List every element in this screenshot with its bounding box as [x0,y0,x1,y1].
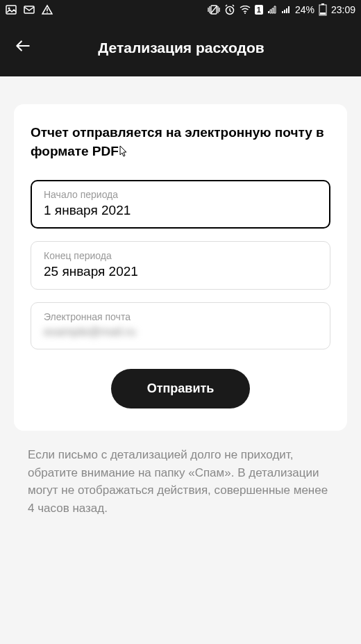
battery-icon [319,3,327,16]
svg-rect-10 [321,3,324,5]
mail-icon [24,6,35,14]
battery-percent: 24% [295,4,314,15]
vibrate-icon [208,5,220,15]
image-icon [6,4,17,15]
page-title: Детализация расходов [46,40,347,56]
end-date-field[interactable]: Конец периода 25 января 2021 [31,241,330,290]
end-date-value: 25 января 2021 [44,264,317,279]
time: 23:09 [331,4,355,15]
submit-button[interactable]: Отправить [111,369,251,408]
svg-rect-2 [24,6,34,13]
card-heading: Отчет отправляется на электронную почту … [31,124,330,160]
main-content: Отчет отправляется на электронную почту … [0,76,361,546]
status-right: 1 24% 23:09 [208,3,355,16]
end-date-label: Конец периода [44,250,317,261]
status-left [6,4,53,15]
alarm-icon [224,4,235,15]
start-date-value: 1 января 2021 [44,203,317,218]
email-label: Электронная почта [44,311,317,322]
start-date-field[interactable]: Начало периода 1 января 2021 [31,180,330,229]
svg-point-8 [244,13,246,14]
svg-rect-11 [320,13,326,15]
sim-badge: 1 [255,5,263,15]
back-button[interactable] [14,37,32,59]
report-card: Отчет отправляется на электронную почту … [14,104,347,431]
email-value: example@mail.ru [44,325,317,339]
svg-point-4 [47,12,48,13]
help-text: Если письмо с детализацией долго не прих… [14,431,347,532]
status-bar: 1 24% 23:09 [0,0,361,19]
app-header: Детализация расходов [0,19,361,76]
start-date-label: Начало периода [44,189,317,200]
cursor-icon [119,145,128,163]
warning-icon [42,4,53,15]
signal-2-icon [281,6,291,14]
email-field[interactable]: Электронная почта example@mail.ru [31,302,330,349]
wifi-icon [240,6,251,14]
signal-1-icon [267,6,277,14]
